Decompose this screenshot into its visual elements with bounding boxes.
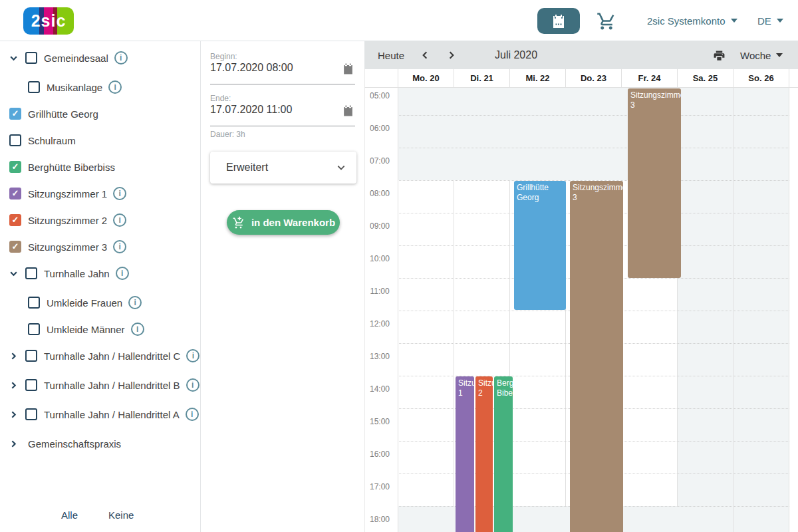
language-dropdown[interactable]: DE	[757, 0, 783, 41]
booking-form-panel: Beginn: 17.07.2020 08:00 Ende: 17.07.202…	[201, 41, 364, 532]
day-column-mo[interactable]	[398, 88, 454, 532]
hour-line	[365, 148, 789, 148]
event-sitzungszimmer3-do[interactable]: Sitzungszimmer 3	[570, 181, 623, 532]
non-business-shade	[510, 88, 566, 180]
language-label: DE	[757, 15, 771, 27]
info-icon[interactable]: i	[113, 187, 126, 200]
cart-icon	[597, 11, 616, 31]
day-column-sa[interactable]	[678, 88, 733, 532]
day-header-do: Do. 23	[566, 69, 622, 88]
info-icon[interactable]: i	[108, 80, 122, 94]
next-week-button[interactable]	[447, 41, 456, 69]
print-button[interactable]	[713, 41, 726, 69]
item-label: Gemeindesaal	[44, 53, 108, 64]
sidebar-item-sitzungszimmer-3: Sitzungszimmer 3 i	[0, 233, 200, 260]
chevron-right-icon[interactable]	[5, 348, 21, 364]
event-sitzungszimmer2-di[interactable]: Sitzungszimmer 2	[475, 376, 493, 532]
view-dropdown[interactable]: Woche	[740, 41, 783, 69]
item-label: Umkleide Frauen	[47, 297, 122, 309]
account-dropdown[interactable]: 2sic Systemkonto	[647, 0, 737, 41]
today-button[interactable]: Heute	[378, 41, 404, 69]
non-business-shade	[622, 506, 678, 532]
event-grillhuette-georg-mi[interactable]: Grillhütte Georg	[514, 181, 566, 310]
sidebar-item-musikanlage: Musikanlage i	[0, 74, 200, 100]
checkbox-hallendrittel-c[interactable]	[25, 350, 37, 362]
chevron-right-icon[interactable]	[5, 377, 21, 393]
event-sitzungszimmer1-di[interactable]: Sitzungszimmer 1	[456, 376, 474, 532]
cart-button[interactable]	[597, 11, 616, 31]
chevron-right-icon[interactable]	[5, 406, 21, 422]
select-all-button[interactable]: Alle	[61, 509, 78, 521]
account-label: 2sic Systemkonto	[647, 15, 726, 27]
end-datepicker-icon[interactable]	[342, 104, 354, 117]
checkbox-musikanlage[interactable]	[28, 81, 40, 93]
time-label: 16:00	[365, 450, 394, 459]
chevron-down-icon	[777, 19, 783, 23]
non-business-shade	[398, 506, 454, 532]
select-none-button[interactable]: Keine	[108, 509, 134, 521]
day-header-mo: Mo. 20	[398, 69, 454, 88]
sidebar-item-grillhuette-georg: Grillhütte Georg	[0, 100, 200, 127]
item-label: Berghütte Biberbiss	[28, 162, 115, 173]
checkbox-gemeindesaal[interactable]	[25, 52, 37, 64]
chevron-down-icon	[776, 53, 783, 57]
begin-input[interactable]: 17.07.2020 08:00	[210, 62, 293, 74]
end-input[interactable]: 17.07.2020 11:00	[210, 104, 292, 116]
chevron-down-icon	[731, 19, 737, 23]
time-label: 15:00	[365, 417, 394, 426]
view-label: Woche	[740, 50, 771, 61]
day-column-mi[interactable]	[510, 88, 566, 532]
info-icon[interactable]: i	[186, 349, 200, 362]
checkbox-umkleide-maenner[interactable]	[28, 323, 40, 335]
cart-plus-icon	[231, 215, 245, 229]
info-icon[interactable]: i	[116, 267, 129, 280]
checkbox-hallendrittel-a[interactable]	[25, 408, 37, 420]
time-label: 14:00	[365, 384, 394, 394]
chevron-down-icon	[336, 163, 346, 172]
item-label: Umkleide Männer	[47, 324, 125, 335]
info-icon[interactable]: i	[131, 323, 144, 336]
prev-week-button[interactable]	[420, 41, 430, 69]
event-title: Grillhütte Georg	[517, 183, 549, 202]
calendar-toolbar: Heute Juli 2020 Woche	[364, 41, 798, 69]
checkbox-sitzungszimmer-3[interactable]	[9, 241, 21, 253]
chevron-down-icon[interactable]	[5, 265, 21, 281]
app-logo[interactable]: 2sic	[23, 7, 74, 35]
event-title: Berghütte Biberbiss	[497, 378, 513, 398]
event-berghuette-biberbiss-di[interactable]: Berghütte Biberbiss	[494, 376, 513, 532]
checkbox-berghuette-biberbiss[interactable]	[9, 161, 21, 173]
item-label: Grillhütte Georg	[28, 108, 98, 120]
day-header-mi: Mi. 22	[510, 69, 566, 88]
calendar-view-button[interactable]	[537, 8, 580, 34]
add-to-cart-label: in den Warenkorb	[251, 217, 335, 228]
sidebar-item-gemeindesaal: Gemeindesaal i	[0, 45, 200, 71]
add-to-cart-button[interactable]: in den Warenkorb	[227, 210, 340, 235]
checkbox-grillhuette-georg[interactable]	[9, 108, 21, 120]
checkbox-hallendrittel-b[interactable]	[25, 379, 37, 391]
event-sitzungszimmer3-fr[interactable]: Sitzungszimmer 3	[628, 88, 681, 278]
day-column-so[interactable]	[733, 88, 789, 532]
sidebar-item-gemeinschaftspraxis: Gemeinschaftspraxis	[0, 430, 200, 457]
info-icon[interactable]: i	[186, 378, 200, 392]
checkbox-turnhalle-jahn[interactable]	[25, 267, 37, 279]
begin-datepicker-icon[interactable]	[342, 63, 354, 75]
info-icon[interactable]: i	[128, 296, 142, 309]
sidebar-item-berghuette-biberbiss: Berghütte Biberbiss	[0, 154, 200, 180]
event-title: Sitzungszimmer 1	[458, 378, 474, 398]
info-icon[interactable]: i	[186, 408, 199, 421]
chevron-right-icon[interactable]	[5, 436, 21, 452]
checkbox-sitzungszimmer-2[interactable]	[9, 214, 21, 226]
checkbox-umkleide-frauen[interactable]	[28, 297, 40, 309]
day-header-so: So. 26	[733, 69, 789, 88]
checkbox-sitzungszimmer-1[interactable]	[9, 188, 21, 200]
chevron-down-icon[interactable]	[5, 50, 21, 66]
item-label: Sitzungszimmer 1	[28, 188, 107, 200]
time-label: 09:00	[365, 221, 394, 231]
resource-tree: Gemeindesaal i Musikanlage i Grillhütte …	[0, 41, 200, 457]
info-icon[interactable]: i	[113, 240, 126, 253]
advanced-dropdown[interactable]: Erweitert	[210, 152, 356, 184]
item-label: Musikanlage	[47, 82, 102, 93]
checkbox-schulraum[interactable]	[9, 134, 21, 146]
info-icon[interactable]: i	[114, 51, 128, 65]
info-icon[interactable]: i	[113, 213, 126, 227]
